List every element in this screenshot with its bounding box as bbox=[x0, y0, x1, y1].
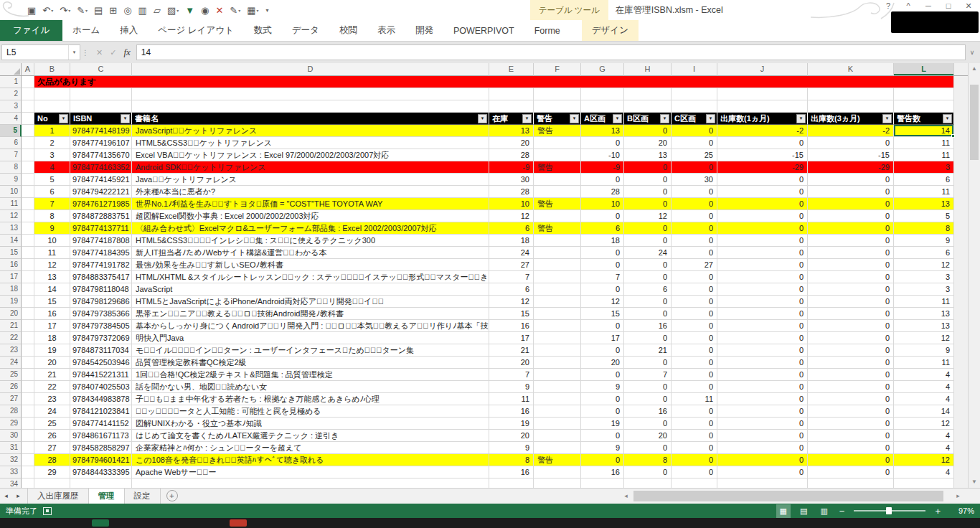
vertical-scrollbar[interactable]: ▲ ▼ bbox=[968, 63, 980, 488]
cell-a-row23[interactable]: 0 bbox=[581, 344, 624, 357]
cell-m1-row10[interactable]: 0 bbox=[717, 186, 808, 198]
row-header-7[interactable]: 7 bbox=[0, 149, 22, 161]
cell-m1-row27[interactable]: 0 bbox=[717, 393, 808, 405]
cell-A21[interactable] bbox=[22, 320, 34, 332]
empty-cell[interactable] bbox=[70, 100, 132, 113]
row-header-19[interactable]: 19 bbox=[0, 296, 22, 308]
row-header-13[interactable]: 13 bbox=[0, 222, 22, 235]
cell-warn-row33[interactable] bbox=[534, 466, 581, 478]
cell-A20[interactable] bbox=[22, 308, 34, 320]
cell-m3-row27[interactable]: 0 bbox=[808, 393, 894, 405]
cell-isbn-row13[interactable]: 9784774137711 bbox=[70, 222, 132, 235]
row-header-28[interactable]: 28 bbox=[0, 405, 22, 418]
cell-a-row24[interactable]: 20 bbox=[581, 357, 624, 369]
cell-stock-row29[interactable]: 19 bbox=[489, 418, 534, 430]
cell-b-row8[interactable]: 0 bbox=[624, 161, 672, 174]
cell-b-row12[interactable]: 12 bbox=[624, 210, 672, 222]
cell-m3-row32[interactable]: 0 bbox=[808, 454, 894, 466]
ribbon-tab-powerpivot[interactable]: POWERPIVOT bbox=[443, 20, 524, 41]
cell-a-row8[interactable]: -9 bbox=[581, 161, 624, 174]
row-header-16[interactable]: 16 bbox=[0, 259, 22, 271]
cell-stock-row10[interactable]: 28 bbox=[489, 186, 534, 198]
cell-no-row33[interactable]: 29 bbox=[34, 466, 70, 478]
cell-title-row31[interactable]: 企業家精神とﾊ何か : シュンヘﾟーターを超えて bbox=[132, 442, 489, 454]
cell-warn-row29[interactable] bbox=[534, 418, 581, 430]
row-header-30[interactable]: 30 bbox=[0, 430, 22, 442]
cell-warn-row7[interactable] bbox=[534, 149, 581, 161]
cell-stock-row30[interactable]: 20 bbox=[489, 430, 534, 442]
cell-warn-row17[interactable] bbox=[534, 271, 581, 283]
cell-title-row19[interactable]: HTML5とJavaScriptによるiPhone/Android両対応アフﾟリ… bbox=[132, 296, 489, 308]
column-header-J[interactable]: J bbox=[717, 63, 808, 76]
cell-isbn-row11[interactable]: 9784761271985 bbox=[70, 198, 132, 210]
cell-stock-row31[interactable]: 9 bbox=[489, 442, 534, 454]
empty-cell[interactable] bbox=[132, 100, 489, 113]
column-header-C[interactable]: C bbox=[70, 63, 132, 76]
cell-no-row13[interactable]: 9 bbox=[34, 222, 70, 235]
cell-title-row12[interactable]: 超図解Excel関数小事典 : Excel 2000/2002/2003対応 bbox=[132, 210, 489, 222]
empty-cell[interactable] bbox=[808, 100, 894, 113]
cell-b-row22[interactable]: 0 bbox=[624, 332, 672, 344]
cell-no-row30[interactable]: 26 bbox=[34, 430, 70, 442]
cell-b-row20[interactable]: 0 bbox=[624, 308, 672, 320]
column-header-H[interactable]: H bbox=[624, 63, 672, 76]
cell-a-row15[interactable]: 0 bbox=[581, 247, 624, 259]
row-header-1[interactable]: 1 bbox=[0, 76, 22, 88]
table-header-count[interactable]: 警告数▼ bbox=[894, 113, 954, 125]
taskbar-excel-icon[interactable] bbox=[92, 519, 109, 527]
cell-warn-row21[interactable] bbox=[534, 320, 581, 332]
column-header-E[interactable]: E bbox=[489, 63, 534, 76]
cell-b-row11[interactable]: 0 bbox=[624, 198, 672, 210]
cell-no-row20[interactable]: 16 bbox=[34, 308, 70, 320]
cell-no-row27[interactable]: 23 bbox=[34, 393, 70, 405]
cell-A7[interactable] bbox=[22, 149, 34, 161]
cell-title-row15[interactable]: 新人IT担当者ﾉためﾉWebサイト構築&運営かﾞわかる本 bbox=[132, 247, 489, 259]
table-header-no[interactable]: No▼ bbox=[34, 113, 70, 125]
empty-cell[interactable] bbox=[534, 478, 581, 488]
cell-count-row14[interactable]: 9 bbox=[894, 235, 954, 247]
formula-input[interactable]: 14 bbox=[136, 44, 966, 60]
column-header-F[interactable]: F bbox=[534, 63, 581, 76]
empty-cell[interactable] bbox=[489, 100, 534, 113]
empty-cell[interactable] bbox=[489, 478, 534, 488]
zoom-in-icon[interactable]: + bbox=[933, 506, 943, 517]
cell-m1-row9[interactable]: 0 bbox=[717, 174, 808, 186]
cell-warn-row9[interactable] bbox=[534, 174, 581, 186]
cell-warn-row31[interactable] bbox=[534, 442, 581, 454]
sheet-tab-manage[interactable]: 管理 bbox=[89, 489, 125, 504]
cell-A18[interactable] bbox=[22, 283, 34, 296]
cell-m1-row21[interactable]: 0 bbox=[717, 320, 808, 332]
ribbon-tab-insert[interactable]: 挿入 bbox=[110, 20, 148, 41]
cell-b-row29[interactable]: 0 bbox=[624, 418, 672, 430]
row-header-18[interactable]: 18 bbox=[0, 283, 22, 296]
cell-m1-row11[interactable]: 0 bbox=[717, 198, 808, 210]
cell-warn-row8[interactable]: 警告 bbox=[534, 161, 581, 174]
cell-count-row11[interactable]: 13 bbox=[894, 198, 954, 210]
cell-m3-row15[interactable]: 0 bbox=[808, 247, 894, 259]
column-header-G[interactable]: G bbox=[581, 63, 624, 76]
cell-c-row23[interactable]: 0 bbox=[672, 344, 717, 357]
cell-warn-row32[interactable]: 警告 bbox=[534, 454, 581, 466]
delete-table-icon[interactable]: ✕ bbox=[212, 3, 226, 17]
cell-m3-row33[interactable]: 0 bbox=[808, 466, 894, 478]
cell-b-row27[interactable]: 0 bbox=[624, 393, 672, 405]
cell-m1-row31[interactable]: 0 bbox=[717, 442, 808, 454]
cell-warn-row19[interactable] bbox=[534, 296, 581, 308]
filter-dropdown-icon[interactable]: ▼ bbox=[943, 114, 952, 123]
name-box[interactable]: L5 ▾ bbox=[1, 44, 80, 60]
horizontal-scrollbar-track[interactable] bbox=[632, 489, 952, 504]
filter-dropdown-icon[interactable]: ▼ bbox=[882, 114, 892, 123]
fill-handle[interactable] bbox=[951, 134, 955, 138]
cell-isbn-row5[interactable]: 9784774148199 bbox=[70, 125, 132, 137]
cell-b-row9[interactable]: 0 bbox=[624, 174, 672, 186]
cell-title-row5[interactable]: JavaScriptホﾟケットリファレンス bbox=[132, 125, 489, 137]
filter-dropdown-icon[interactable]: ▼ bbox=[59, 114, 68, 123]
row-header-22[interactable]: 22 bbox=[0, 332, 22, 344]
ribbon-tab-formulas[interactable]: 数式 bbox=[244, 20, 282, 41]
cell-no-row16[interactable]: 12 bbox=[34, 259, 70, 271]
ribbon-tab-review[interactable]: 校閲 bbox=[329, 20, 367, 41]
filter-dropdown-icon[interactable]: ▼ bbox=[796, 114, 806, 123]
cell-a-row32[interactable]: 0 bbox=[581, 454, 624, 466]
cell-A31[interactable] bbox=[22, 442, 34, 454]
cell-title-row29[interactable]: 図解UNIXわかる・役立つ基本ﾉ知識 bbox=[132, 418, 489, 430]
